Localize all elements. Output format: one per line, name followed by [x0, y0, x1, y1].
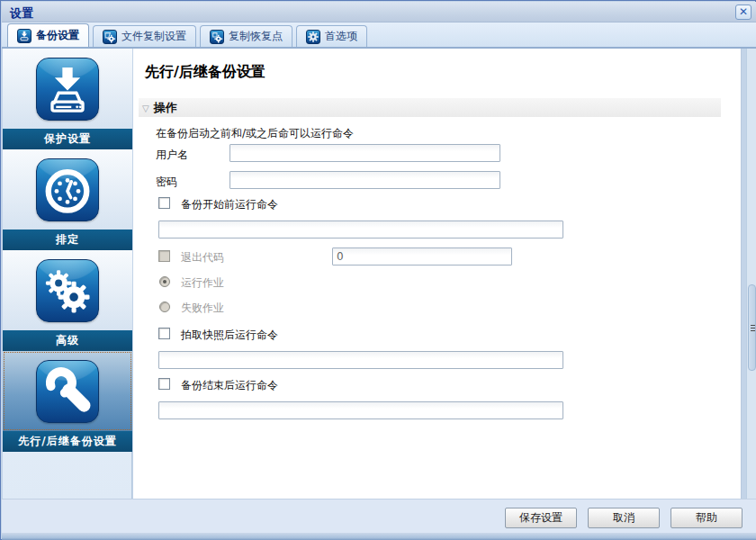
gear-icon — [306, 30, 320, 44]
tab-label: 首选项 — [325, 29, 357, 44]
file-copy-gear-icon — [103, 30, 117, 44]
post-snapshot-checkbox[interactable] — [158, 328, 170, 339]
username-label: 用户名 — [156, 148, 188, 163]
footer-bar: 保存设置 取消 帮助 — [2, 499, 756, 533]
post-snapshot-label: 拍取快照后运行命令 — [181, 328, 278, 343]
cancel-button[interactable]: 取消 — [588, 508, 660, 528]
main-panel: 先行/后继备份设置 ▽操作 在备份启动之前和/或之后命可以运行命令 用户名 密码… — [133, 49, 742, 499]
sidebar-item-protection-settings[interactable]: 保护设置 — [3, 49, 132, 149]
title-bar: 设置 ✕ — [2, 2, 756, 22]
vertical-scrollbar[interactable] — [746, 49, 756, 499]
sidebar-item-advanced[interactable]: 高级 — [3, 250, 132, 351]
exit-code-label: 退出代码 — [181, 250, 224, 266]
sidebar-item-label: 先行/后继备份设置 — [3, 431, 132, 452]
window-title: 设置 — [10, 5, 33, 22]
sidebar-item-label: 高级 — [3, 330, 132, 351]
close-icon[interactable]: ✕ — [735, 4, 752, 20]
tab-copy-recovery-point[interactable]: 复制恢复点 — [200, 25, 292, 47]
section-header-operation[interactable]: ▽操作 — [139, 98, 721, 117]
pre-backup-checkbox[interactable] — [158, 197, 170, 209]
pre-backup-label: 备份开始前运行命令 — [181, 197, 278, 212]
run-job-label: 运行作业 — [181, 275, 224, 291]
tab-file-copy-settings[interactable]: 文件复制设置 — [93, 25, 196, 47]
tab-label: 复制恢复点 — [229, 29, 283, 44]
password-input[interactable] — [230, 171, 500, 189]
page-title: 先行/后继备份设置 — [145, 63, 266, 82]
sidebar-item-schedule[interactable]: 排定 — [3, 149, 132, 250]
wrench-icon — [36, 360, 99, 423]
scrollbar-grip-icon — [751, 325, 755, 333]
backup-drive-icon — [17, 29, 32, 43]
sidebar-item-label: 排定 — [3, 230, 132, 250]
post-backup-checkbox[interactable] — [158, 378, 170, 390]
clock-icon — [36, 158, 99, 221]
post-backup-command-input[interactable] — [158, 401, 563, 419]
tab-preferences[interactable]: 首选项 — [296, 25, 367, 47]
tab-label: 文件复制设置 — [122, 29, 186, 44]
copy-recovery-gear-icon — [210, 30, 224, 44]
save-settings-button[interactable]: 保存设置 — [505, 508, 577, 528]
tab-bar: 备份设置 文件复制设置 复制恢复点 首选项 — [2, 22, 756, 49]
password-label: 密码 — [156, 175, 177, 190]
username-input[interactable] — [230, 144, 500, 162]
pre-backup-command-input[interactable] — [158, 220, 563, 238]
settings-dialog: 设置 ✕ 备份设置 文件复制设置 复制恢复点 — [0, 0, 756, 540]
sidebar-item-pre-post-backup[interactable]: 先行/后继备份设置 — [3, 351, 132, 452]
exit-code-input[interactable] — [332, 248, 512, 266]
tab-label: 备份设置 — [36, 28, 79, 43]
sidebar: 保护设置 排定 — [3, 49, 132, 499]
tab-backup-settings[interactable]: 备份设置 — [7, 23, 89, 47]
help-button[interactable]: 帮助 — [670, 508, 742, 528]
fail-job-radio[interactable] — [159, 302, 170, 312]
fail-job-label: 失败作业 — [181, 301, 224, 316]
post-snapshot-command-input[interactable] — [158, 351, 563, 369]
gears-icon — [36, 259, 99, 322]
section-label: 操作 — [154, 101, 177, 114]
backup-drive-icon — [36, 58, 99, 121]
scrollbar-thumb[interactable] — [748, 284, 756, 371]
post-backup-label: 备份结束后运行命令 — [181, 378, 278, 393]
window-bottom-frame — [2, 533, 756, 540]
exit-code-checkbox[interactable] — [158, 250, 170, 262]
run-job-radio[interactable] — [159, 276, 170, 287]
sidebar-item-label: 保护设置 — [3, 129, 132, 149]
collapse-triangle-icon: ▽ — [142, 104, 149, 113]
section-description: 在备份启动之前和/或之后命可以运行命令 — [156, 126, 354, 141]
